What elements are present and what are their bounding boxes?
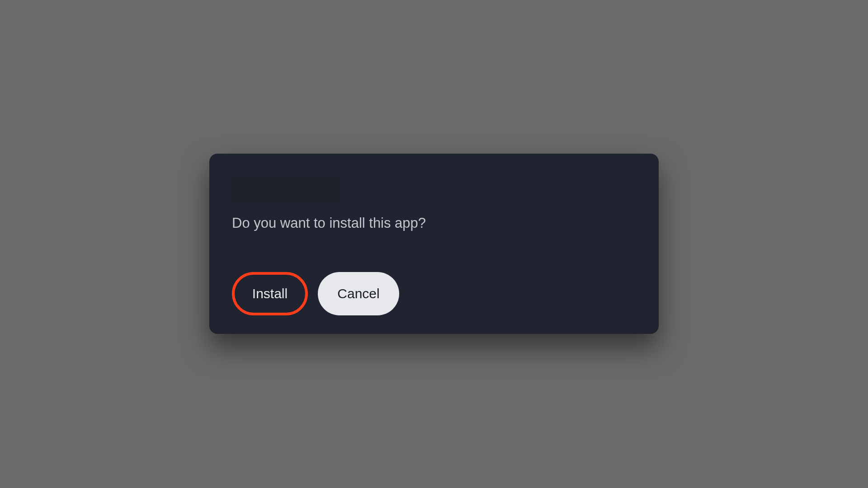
app-icon-placeholder — [232, 176, 340, 205]
dialog-message: Do you want to install this app? — [232, 214, 636, 232]
cancel-button[interactable]: Cancel — [318, 272, 399, 315]
dialog-button-row: Install Cancel — [232, 272, 636, 315]
install-button[interactable]: Install — [232, 272, 308, 315]
install-dialog: Do you want to install this app? Install… — [209, 154, 659, 334]
